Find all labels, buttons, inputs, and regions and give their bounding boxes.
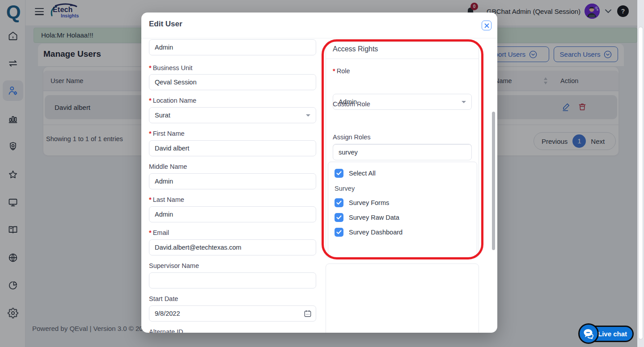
required-marker: *: [149, 130, 152, 137]
access-rights-divider: [326, 59, 479, 59]
modal-close-button[interactable]: [482, 21, 491, 30]
required-marker: *: [149, 196, 152, 203]
modal-header-divider: [141, 38, 497, 38]
page-scrollbar: [637, 0, 644, 347]
edit-user-modal: Edit User *Business Unit *Location Name …: [141, 13, 497, 333]
required-marker: *: [149, 64, 152, 71]
start-date-label: Start Date: [149, 295, 316, 302]
survey-dashboard-checkbox[interactable]: Survey Dashboard: [335, 228, 402, 237]
empty-panel: [326, 263, 479, 333]
survey-raw-data-label: Survey Raw Data: [349, 214, 399, 221]
survey-forms-checkbox[interactable]: Survey Forms: [335, 198, 389, 207]
check-icon: [336, 215, 342, 220]
first-name-field[interactable]: [149, 140, 316, 156]
modal-title: Edit User: [149, 20, 182, 29]
required-marker: *: [149, 97, 152, 104]
supervisor-name-label: Supervisor Name: [149, 262, 316, 269]
business-unit-field[interactable]: [149, 74, 316, 90]
alternate-id-label: Alternate ID: [149, 328, 316, 333]
location-select[interactable]: Surat: [149, 107, 316, 123]
calendar-icon[interactable]: [304, 309, 312, 318]
custom-role-label: Custom Role: [333, 100, 472, 108]
last-name-label: *Last Name: [149, 196, 316, 203]
role-label: *Role: [333, 67, 472, 75]
middle-name-label: Middle Name: [149, 163, 316, 170]
check-icon: [336, 230, 342, 234]
survey-forms-label: Survey Forms: [349, 199, 389, 206]
close-icon: [484, 23, 489, 28]
check-icon: [336, 201, 342, 205]
live-chat-icon[interactable]: [578, 323, 599, 344]
assign-roles-label: Assign Roles: [333, 134, 472, 141]
required-marker: *: [149, 229, 152, 236]
caret-down-icon: [306, 114, 310, 117]
middle-name-field[interactable]: [149, 173, 316, 189]
assign-roles-search-input[interactable]: [333, 144, 472, 160]
email-label: *Email: [149, 229, 316, 236]
location-value: Surat: [155, 112, 170, 119]
last-name-field[interactable]: [149, 206, 316, 222]
survey-dashboard-label: Survey Dashboard: [349, 229, 402, 236]
access-rights-heading: Access Rights: [333, 45, 378, 53]
start-date-field[interactable]: [149, 305, 316, 322]
modal-scrollbar-thumb[interactable]: [492, 112, 495, 250]
first-name-label: *First Name: [149, 130, 316, 137]
chat-bubbles-icon: [583, 328, 594, 339]
required-marker: *: [333, 67, 335, 75]
email-field[interactable]: [149, 239, 316, 255]
live-chat-widget[interactable]: Live chat: [578, 323, 635, 344]
user-type-field[interactable]: [149, 39, 316, 55]
location-name-label: *Location Name: [149, 97, 316, 104]
survey-raw-data-checkbox[interactable]: Survey Raw Data: [335, 213, 399, 222]
select-all-checkbox[interactable]: Select All: [335, 169, 376, 178]
supervisor-name-field[interactable]: [149, 272, 316, 288]
select-all-label: Select All: [349, 170, 376, 177]
check-icon: [336, 171, 342, 176]
survey-group-label: Survey: [335, 185, 355, 192]
business-unit-label: *Business Unit: [149, 64, 316, 71]
page-scrollbar-thumb[interactable]: [638, 27, 643, 339]
